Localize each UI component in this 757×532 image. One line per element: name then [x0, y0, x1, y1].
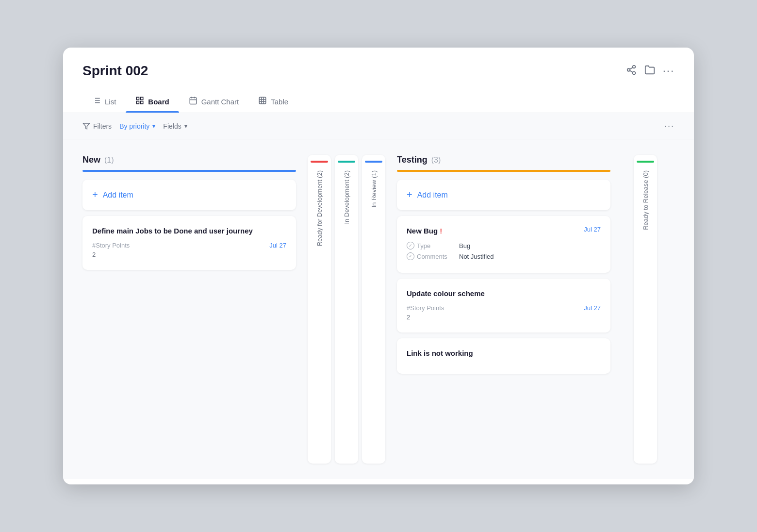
- collapsed-col-in-development[interactable]: In Development (2): [335, 155, 358, 464]
- toolbar: Filters By priority ▾ Fields ▾ ···: [63, 113, 694, 139]
- task-title-1: Define main Jobs to be Done and user jou…: [92, 226, 286, 236]
- task-field-type: Type Bug: [407, 242, 601, 249]
- task-card-3: Update colour scheme #Story Points Jul 2…: [397, 279, 610, 332]
- collapsed-columns: Ready for Development (2) In Development…: [308, 155, 385, 464]
- svg-rect-11: [137, 97, 139, 100]
- fields-button[interactable]: Fields ▾: [163, 122, 187, 130]
- tab-board-label: Board: [148, 98, 169, 106]
- column-testing-count: (3): [431, 156, 441, 165]
- column-testing-header: Testing (3): [397, 155, 610, 172]
- svg-point-1: [627, 68, 630, 71]
- story-points-value-3: 2: [407, 314, 410, 321]
- tab-table[interactable]: Table: [248, 90, 298, 113]
- chevron-down-icon: ▾: [152, 123, 155, 130]
- task-title-3: Update colour scheme: [407, 288, 601, 299]
- column-testing-title: Testing: [397, 155, 428, 165]
- comments-field-value: Not Justified: [459, 253, 494, 260]
- svg-point-0: [632, 65, 635, 68]
- collapsed-label-in-development: In Development (2): [343, 170, 350, 224]
- filters-label: Filters: [93, 122, 112, 130]
- svg-marker-24: [83, 123, 89, 129]
- tab-list[interactable]: List: [82, 90, 126, 113]
- collapsed-col-in-review[interactable]: In Review (1): [362, 155, 385, 464]
- column-new-title-row: New (1): [82, 155, 296, 165]
- share-icon[interactable]: [626, 65, 637, 78]
- add-item-button-new[interactable]: + Add item: [82, 180, 296, 210]
- board-icon: [135, 96, 144, 107]
- collapsed-col-ready-to-release[interactable]: Ready to Release (0): [634, 155, 657, 464]
- column-new: New (1) + Add item Define main Jobs to b…: [82, 155, 296, 464]
- task-card-2: New Bug ! Jul 27 Type Bug Comments: [397, 216, 610, 273]
- story-points-label-1: #Story Points: [92, 242, 130, 249]
- table-icon: [258, 96, 267, 107]
- type-field-value: Bug: [459, 242, 470, 249]
- task-points-row-1: 2: [92, 251, 286, 258]
- task-date-2: Jul 27: [584, 226, 601, 233]
- circle-check-icon-1: [407, 242, 414, 249]
- tab-gantt[interactable]: Gantt Chart: [179, 90, 249, 113]
- collapsed-label-ready-for-dev: Ready for Development (2): [316, 170, 323, 246]
- collapsed-bar-teal: [338, 161, 355, 163]
- plus-icon-new: +: [92, 189, 98, 200]
- task-meta-3: #Story Points Jul 27: [407, 304, 601, 312]
- tab-table-label: Table: [271, 98, 288, 106]
- story-points-value-1: 2: [92, 251, 96, 258]
- tab-gantt-label: Gantt Chart: [201, 98, 239, 106]
- task-card-1: Define main Jobs to be Done and user jou…: [82, 216, 296, 270]
- svg-rect-14: [141, 101, 143, 104]
- add-item-button-testing[interactable]: + Add item: [397, 180, 610, 210]
- task-points-row-3: 2: [407, 314, 601, 321]
- filters-button[interactable]: Filters: [82, 122, 112, 130]
- task-title-4: Link is not working: [407, 348, 601, 358]
- comments-field-label: Comments: [407, 252, 455, 260]
- header: Sprint 002 ···: [63, 48, 694, 79]
- tab-list-label: List: [105, 98, 116, 106]
- folder-icon[interactable]: [644, 65, 655, 78]
- app-window: Sprint 002 ···: [63, 48, 694, 484]
- collapsed-label-in-review: In Review (1): [370, 170, 378, 208]
- page-title: Sprint 002: [82, 63, 148, 79]
- collapsed-bar-red: [311, 161, 328, 163]
- task-card-4: Link is not working: [397, 338, 610, 374]
- type-field-label: Type: [407, 242, 455, 249]
- svg-rect-19: [259, 97, 266, 104]
- svg-rect-13: [137, 101, 139, 104]
- column-testing-title-row: Testing (3): [397, 155, 610, 165]
- board: New (1) + Add item Define main Jobs to b…: [63, 139, 694, 479]
- column-new-header: New (1): [82, 155, 296, 172]
- collapsed-col-ready-for-dev[interactable]: Ready for Development (2): [308, 155, 331, 464]
- column-testing: Testing (3) + Add item New Bug ! Jul 27: [397, 155, 610, 464]
- collapsed-bar-green: [637, 161, 654, 163]
- add-item-label-testing: Add item: [417, 191, 448, 200]
- by-priority-button[interactable]: By priority ▾: [119, 122, 155, 130]
- tab-bar: List Board Gantt Chart: [63, 79, 694, 113]
- circle-check-icon-2: [407, 252, 414, 260]
- exclaim-icon: !: [440, 227, 442, 235]
- collapsed-bar-blue2: [365, 161, 382, 163]
- header-actions: ···: [626, 65, 675, 78]
- by-priority-label: By priority: [119, 122, 149, 130]
- task-title-2: New Bug !: [407, 226, 442, 236]
- column-testing-bar: [397, 170, 610, 172]
- toolbar-more-icon[interactable]: ···: [664, 121, 675, 131]
- plus-icon-testing: +: [407, 189, 412, 200]
- more-icon[interactable]: ···: [663, 65, 675, 77]
- column-new-bar: [82, 170, 296, 172]
- story-points-label-3: #Story Points: [407, 304, 444, 312]
- svg-rect-12: [141, 97, 143, 100]
- fields-label: Fields: [163, 122, 181, 130]
- task-field-comments: Comments Not Justified: [407, 252, 601, 260]
- svg-line-4: [630, 67, 633, 69]
- svg-point-2: [632, 71, 635, 74]
- column-new-title: New: [82, 155, 100, 165]
- svg-line-3: [630, 70, 633, 72]
- list-icon: [92, 96, 101, 107]
- add-item-label-new: Add item: [103, 191, 133, 200]
- column-new-count: (1): [104, 156, 114, 165]
- tab-board[interactable]: Board: [126, 90, 179, 113]
- gantt-icon: [189, 96, 197, 107]
- svg-rect-15: [190, 98, 197, 104]
- task-meta-1: #Story Points Jul 27: [92, 242, 286, 249]
- task-date-1: Jul 27: [269, 242, 286, 249]
- collapsed-label-ready-to-release: Ready to Release (0): [642, 170, 649, 230]
